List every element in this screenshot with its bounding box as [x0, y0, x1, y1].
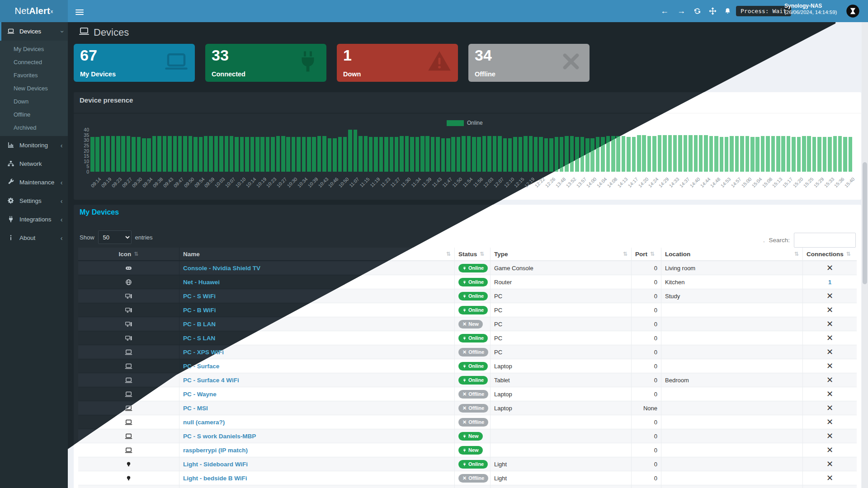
status-badge: Online — [458, 292, 488, 300]
stat-card-my-devices[interactable]: 67My Devices — [74, 44, 195, 82]
nav-back-icon[interactable]: ← — [656, 0, 673, 22]
nav-forward-icon[interactable]: → — [673, 0, 689, 22]
no-connections-icon: ✕ — [826, 474, 833, 482]
column-header-status[interactable]: Status⇅ — [454, 248, 490, 260]
sidebar-subitem-my-devices[interactable]: My Devices — [0, 42, 68, 56]
connections-cell: ✕ — [802, 471, 857, 485]
device-name-link[interactable]: Light - Sideboard WiFi — [183, 461, 248, 468]
port-cell: 0 — [631, 275, 661, 289]
device-icon-cell — [78, 261, 179, 275]
stat-card-connected[interactable]: 33Connected — [205, 44, 326, 82]
chart-bar — [658, 135, 662, 172]
device-name-link[interactable]: PC - S WiFi — [183, 293, 216, 300]
sidebar-toggle-icon[interactable] — [72, 5, 87, 17]
device-name-cell — [179, 485, 454, 488]
chart-bar — [271, 137, 275, 172]
column-header-port[interactable]: Port⇅ — [631, 248, 661, 260]
device-name-cell: raspberrypi (IP match) — [179, 443, 454, 457]
device-name-link[interactable]: PC - Wayne — [183, 391, 217, 398]
device-name-link[interactable]: raspberrypi (IP match) — [183, 447, 248, 454]
device-name-link[interactable]: PC - B WiFi — [183, 307, 216, 314]
stat-label: Connected — [212, 70, 245, 78]
chart-bar — [828, 137, 832, 172]
no-connections-icon: ✕ — [826, 292, 833, 300]
chevron-left-icon: ‹ — [59, 216, 64, 223]
sort-icon[interactable]: ⇅ — [846, 251, 851, 257]
device-name-link[interactable]: Net - Huawei — [183, 279, 220, 286]
connections-cell: ✕ — [802, 401, 857, 415]
connections-count-link[interactable]: 1 — [828, 279, 831, 286]
device-name-link[interactable]: PC - S work Daniels-MBP — [183, 433, 256, 440]
location-cell — [661, 303, 802, 317]
device-name-link[interactable]: null (camera?) — [183, 419, 225, 426]
app-logo[interactable]: NetAlertx — [0, 0, 68, 22]
move-icon[interactable] — [704, 0, 721, 22]
y-tick-label: 0 — [76, 169, 89, 174]
sidebar-item-settings[interactable]: Settings‹ — [0, 192, 68, 210]
device-name-link[interactable]: Console - Nvidia Shield TV — [183, 265, 260, 272]
scrollbar-thumb[interactable] — [863, 162, 867, 284]
device-name-cell: Light - bedside B WiFi — [179, 471, 454, 485]
sidebar-item-integrations[interactable]: Integrations‹ — [0, 210, 68, 229]
column-header-connections[interactable]: Connections⇅ — [802, 248, 857, 260]
sidebar-subitem-connected[interactable]: Connected — [0, 56, 68, 69]
sort-icon[interactable]: ⇅ — [650, 251, 655, 257]
location-cell — [661, 415, 802, 429]
sidebar-item-maintenance[interactable]: Maintenance‹ — [0, 173, 68, 192]
sort-icon[interactable]: ⇅ — [623, 251, 627, 257]
device-name-link[interactable]: PC - B LAN — [183, 321, 216, 328]
sort-icon[interactable]: ⇅ — [794, 251, 799, 257]
device-name-link[interactable]: PC - MSI — [183, 405, 208, 412]
page-scrollbar[interactable] — [862, 22, 868, 488]
connections-cell: ✕ — [802, 331, 857, 345]
column-header-icon[interactable]: Icon⇅ — [78, 248, 179, 260]
refresh-icon[interactable] — [689, 0, 705, 22]
device-name-link[interactable]: PC - Surface 4 WiFi — [183, 377, 239, 384]
stat-card-down[interactable]: 1Down — [337, 44, 458, 82]
column-header-location[interactable]: Location⇅ — [661, 248, 802, 260]
chart-bar — [673, 135, 677, 172]
sidebar-subitem-down[interactable]: Down — [0, 95, 68, 108]
no-connections-icon: ✕ — [826, 390, 833, 398]
sidebar-subitem-new-devices[interactable]: New Devices — [0, 82, 68, 95]
chart-bar — [802, 136, 806, 172]
sidebar-item-label: Integrations — [19, 216, 59, 223]
port-cell: 0 — [631, 359, 661, 373]
sidebar-subitem-archived[interactable]: Archived — [0, 121, 68, 134]
sort-icon[interactable]: ⇅ — [480, 251, 484, 257]
chevron-left-icon: ‹ — [59, 142, 64, 149]
user-avatar[interactable] — [846, 4, 860, 18]
chart-bar — [127, 136, 131, 172]
sidebar-subitem-offline[interactable]: Offline — [0, 108, 68, 121]
sidebar-item-about[interactable]: About‹ — [0, 229, 68, 247]
no-connections-icon: ✕ — [826, 418, 833, 426]
type-cell — [490, 415, 631, 429]
notifications-bell-icon[interactable] — [719, 0, 736, 22]
chart-bar — [436, 137, 440, 172]
sort-icon[interactable]: ⇅ — [446, 251, 451, 257]
device-name-link[interactable]: Light - bedside B WiFi — [183, 475, 247, 482]
search-input[interactable] — [794, 233, 856, 248]
chart-bar — [704, 135, 708, 172]
sort-icon[interactable]: ⇅ — [134, 251, 138, 257]
sidebar-item-monitoring[interactable]: Monitoring‹ — [0, 136, 68, 155]
port-cell — [631, 485, 661, 488]
chart-bar — [266, 137, 270, 172]
dot-text: . — [763, 237, 764, 244]
column-header-type[interactable]: Type⇅ — [490, 248, 631, 260]
chart-title: Device presence — [80, 96, 133, 104]
port-cell: 0 — [631, 345, 661, 359]
device-name-link[interactable]: PC - S LAN — [183, 335, 215, 342]
location-cell — [661, 457, 802, 471]
chart-bar — [776, 136, 780, 172]
sidebar-item-devices[interactable]: Devices‹ — [0, 22, 68, 41]
device-icon-cell — [78, 331, 179, 345]
no-connections-icon: ✕ — [826, 264, 833, 272]
stat-card-offline[interactable]: 34Offline — [468, 44, 590, 82]
sidebar-subitem-favorites[interactable]: Favorites — [0, 69, 68, 82]
page-size-select[interactable]: 50 — [98, 230, 132, 244]
chart-bar — [209, 136, 213, 172]
laptop-icon — [164, 49, 189, 74]
chart-bar — [467, 136, 471, 172]
sidebar-item-network[interactable]: Network — [0, 155, 68, 173]
